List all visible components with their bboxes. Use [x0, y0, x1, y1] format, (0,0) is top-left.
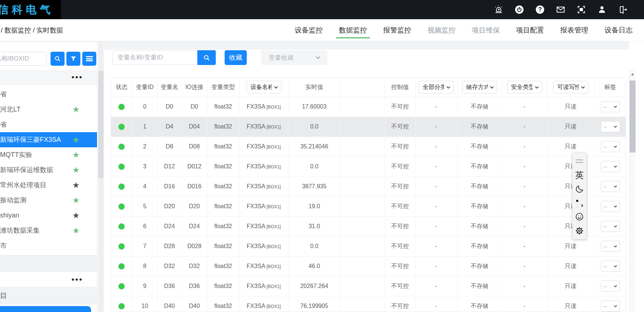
- ime-emoji-icon[interactable]: [574, 211, 585, 223]
- favorite-star-icon[interactable]: ★: [72, 162, 80, 178]
- favorite-star-icon[interactable]: ★: [72, 193, 80, 208]
- table-row[interactable]: 9 D36 D36 float32 FX3SA[BOX1] 20267.264 …: [111, 276, 626, 296]
- chevron-down-icon: [614, 185, 617, 188]
- control-value-cell: 不可控: [385, 236, 415, 256]
- sidebar-scrollbar-thumb[interactable]: [98, 71, 104, 178]
- sidebar-list-item[interactable]: 振动监测 ★: [0, 193, 97, 208]
- favorite-star-icon[interactable]: ★: [72, 178, 80, 193]
- column-filter-select[interactable]: 安全类型: [507, 81, 542, 93]
- sidebar-item-label: 常州水处理项目: [0, 181, 46, 189]
- tag-select[interactable]: --: [601, 101, 620, 112]
- sidebar-filter-button[interactable]: [66, 52, 80, 66]
- tag-select[interactable]: --: [601, 121, 620, 132]
- fullscreen-icon[interactable]: [576, 4, 586, 15]
- favorite-star-icon[interactable]: ★: [72, 208, 80, 223]
- user-icon[interactable]: [597, 4, 607, 15]
- sidebar-scrollbar[interactable]: [98, 41, 104, 312]
- variable-search-button[interactable]: [197, 50, 216, 65]
- menu-item[interactable]: 报表管理: [560, 25, 588, 35]
- ime-drag-handle[interactable]: [574, 155, 585, 167]
- table-row[interactable]: 3 D12 D012 float32 FX3SA[BOX1] 0.0 不可控 -…: [111, 157, 626, 176]
- power-icon[interactable]: [514, 4, 524, 15]
- column-filter-select[interactable]: 可读写性: [553, 81, 588, 93]
- table-row[interactable]: 2 D8 D08 float32 FX3SA[BOX1] 35.214046 不…: [111, 137, 626, 157]
- sidebar-more-button-2[interactable]: •••: [72, 272, 83, 287]
- category-cell: -: [415, 196, 457, 216]
- control-value-cell: 不可控: [385, 157, 415, 176]
- favorite-star-icon[interactable]: ★: [72, 132, 80, 147]
- tag-select[interactable]: --: [601, 181, 620, 192]
- menu-item[interactable]: 设备日志: [605, 25, 633, 35]
- sidebar-list-item[interactable]: 市 ★: [0, 238, 97, 253]
- tag-select[interactable]: --: [601, 201, 620, 212]
- favorite-star-icon[interactable]: ★: [72, 102, 80, 117]
- sidebar-group-row[interactable]: 目: [0, 287, 97, 304]
- sidebar-list-item[interactable]: 省 ★: [0, 87, 97, 102]
- add-project-button[interactable]: 新增项目: [0, 306, 91, 312]
- ime-moon-icon[interactable]: [574, 183, 585, 195]
- sidebar-list-item[interactable]: 新瑞环保运维数据 ★: [0, 162, 97, 178]
- ime-language-toggle[interactable]: 英: [574, 169, 585, 181]
- sidebar-list-item[interactable]: MQTT实验 ★: [0, 147, 97, 162]
- category-cell: -: [415, 97, 457, 117]
- favorite-star-icon[interactable]: ★: [72, 223, 80, 238]
- breadcrumb[interactable]: / 数据监控 / 实时数据: [1, 19, 63, 41]
- tag-select[interactable]: --: [601, 301, 620, 312]
- variable-name-cell: D20: [157, 196, 182, 216]
- menu-item[interactable]: 视频监控: [427, 25, 456, 35]
- sidebar-list-item[interactable]: 省 ★: [0, 117, 97, 132]
- sidebar-list-item[interactable]: 新瑞环保三菱FX3SA ★: [0, 132, 97, 147]
- tag-select[interactable]: --: [601, 161, 620, 172]
- sidebar-list-item[interactable]: 潍坊数据采集 ★: [0, 223, 97, 238]
- tag-select[interactable]: --: [601, 241, 620, 252]
- chevron-down-icon: [614, 225, 617, 227]
- favorite-button[interactable]: 收藏: [225, 50, 247, 65]
- menu-item[interactable]: 设备监控: [295, 25, 323, 35]
- table-row[interactable]: 10 D40 D40 float32 FX3SA[BOX1] 76.199905…: [111, 296, 626, 312]
- menu-item[interactable]: 项目维保: [472, 25, 500, 35]
- tag-select[interactable]: --: [601, 141, 620, 152]
- table-row[interactable]: 1 D4 D04 float32 FX3SA[BOX1] 0.0 不可控 - 不…: [111, 117, 626, 137]
- ime-punctuation-icon[interactable]: ,: [574, 197, 585, 209]
- scroll-up-arrow-icon[interactable]: [631, 73, 634, 75]
- column-filter-select[interactable]: 全部分类: [419, 81, 454, 93]
- sidebar-list-item[interactable]: shiyan ★: [0, 208, 97, 223]
- sidebar-more-button[interactable]: •••: [72, 71, 83, 83]
- menu-item[interactable]: 报警监控: [383, 25, 411, 35]
- variable-favorite-select-value: 变量收藏: [269, 54, 294, 62]
- sidebar-search-button[interactable]: [51, 52, 65, 66]
- column-filter-select[interactable]: 设备名称: [246, 81, 281, 93]
- menu-item[interactable]: 项目配置: [516, 25, 544, 35]
- table-row[interactable]: 0 D0 D0 float32 FX3SA[BOX1] 17.60003 不可控…: [111, 97, 626, 117]
- sidebar-list-item[interactable]: 河北LT ★: [0, 102, 97, 117]
- main-scrollbar[interactable]: [629, 70, 635, 312]
- variable-favorite-select[interactable]: 变量收藏: [261, 50, 328, 65]
- table-row[interactable]: 6 D24 D24 float32 FX3SA[BOX1] 31.0 不可控 -…: [111, 216, 626, 236]
- ime-settings-gear-icon[interactable]: [574, 225, 585, 237]
- main-scrollbar-thumb[interactable]: [630, 80, 636, 152]
- table-row[interactable]: 4 D16 D016 float32 FX3SA[BOX1] 3877.935 …: [111, 176, 626, 196]
- favorite-star-icon[interactable]: ★: [72, 147, 80, 162]
- mail-icon[interactable]: [555, 4, 566, 15]
- table-row[interactable]: 7 D28 D028 float32 FX3SA[BOX1] 0.0 不可控 -…: [111, 236, 626, 256]
- column-filter-select[interactable]: 储存方式: [462, 81, 497, 93]
- tag-select[interactable]: --: [601, 261, 620, 272]
- device-cell: FX3SA[BOX1]: [239, 176, 288, 196]
- table-row[interactable]: 5 D20 D20 float32 FX3SA[BOX1] 19.0 不可控 -…: [111, 196, 626, 216]
- alarm-beacon-icon[interactable]: [494, 4, 504, 15]
- help-icon[interactable]: ?: [535, 4, 545, 15]
- sidebar-search-input[interactable]: [0, 52, 47, 66]
- menu-item[interactable]: 数据监控: [339, 25, 367, 35]
- security-cell: -: [502, 296, 547, 312]
- read-write-cell: 只读: [547, 176, 594, 196]
- logout-icon[interactable]: [617, 4, 628, 15]
- tag-select[interactable]: --: [601, 221, 620, 232]
- sidebar-menu-button[interactable]: [82, 52, 96, 66]
- table-row[interactable]: 8 D32 D32 float32 FX3SA[BOX1] 46.0 不可控 -…: [111, 256, 626, 276]
- sidebar-list-item[interactable]: 常州水处理项目 ★: [0, 178, 97, 193]
- realtime-value-cell: 76.199905: [288, 296, 340, 312]
- sidebar-item-label: 省: [0, 121, 7, 128]
- variable-search-input[interactable]: [112, 50, 197, 65]
- chevron-down-icon: [490, 86, 494, 89]
- tag-select[interactable]: --: [601, 281, 620, 292]
